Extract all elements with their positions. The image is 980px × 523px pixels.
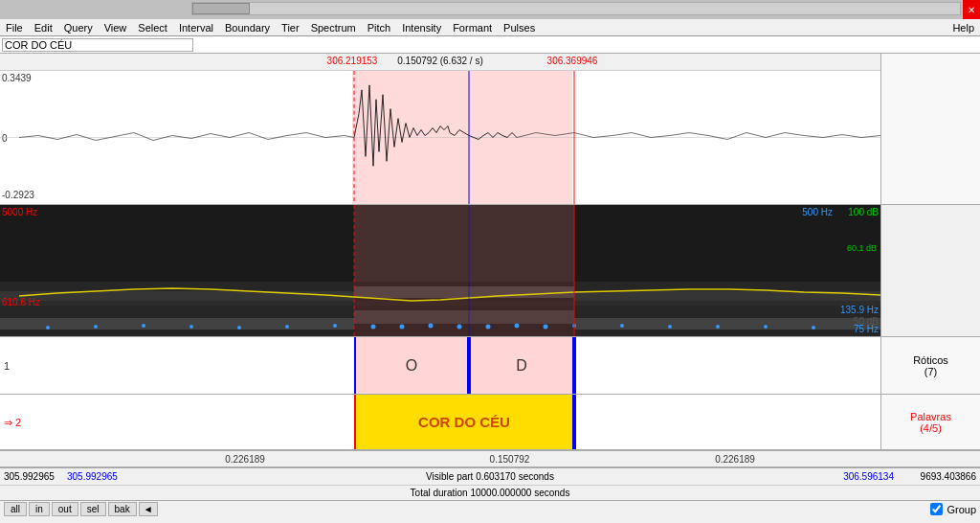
nav-out-button[interactable]: out [52, 502, 78, 516]
scrollbar-thumb[interactable] [192, 3, 250, 14]
svg-rect-11 [0, 291, 354, 301]
right-waveform-area [881, 71, 980, 205]
close-button[interactable]: ✕ [963, 0, 980, 19]
spec-hz-bot2-label: 75 Hz [854, 324, 879, 334]
waveform-svg [0, 71, 880, 204]
svg-point-33 [716, 325, 720, 329]
svg-point-23 [371, 325, 376, 330]
time-marker-center: 0.150792 (6.632 / s) [397, 56, 483, 66]
menubar: File Edit Query View Select Interval Bou… [0, 19, 980, 36]
status-right-val: 9693.403866 [921, 471, 976, 482]
tier1-boundary-right [574, 337, 576, 394]
spectrogram-area[interactable]: 5000 Hz 610.6 Hz 100 dB 500 Hz 60.1 dB 1… [0, 205, 880, 337]
menu-pulses[interactable]: Pulses [498, 21, 541, 34]
tier2-boundary-right [574, 395, 576, 449]
menu-formant[interactable]: Formant [447, 21, 498, 34]
text-input[interactable] [2, 38, 193, 52]
svg-point-18 [142, 324, 145, 328]
group-control: Group [930, 503, 976, 515]
group-checkbox[interactable] [930, 503, 943, 515]
menu-help[interactable]: Help [947, 21, 980, 34]
tier1[interactable]: 1 O D [0, 337, 880, 395]
waveform-area[interactable]: 0.3439 0 -0.2923 [0, 71, 880, 205]
main-visualization: 306.219153 0.150792 (6.632 / s) 306.3699… [0, 54, 980, 450]
menu-query[interactable]: Query [58, 21, 99, 34]
menu-select[interactable]: Select [132, 21, 173, 34]
menu-intensity[interactable]: Intensity [396, 21, 447, 34]
tier2-arrow: ⇒ 2 [4, 416, 21, 428]
menu-boundary[interactable]: Boundary [219, 21, 276, 34]
right-spec-area [881, 205, 980, 337]
svg-rect-8 [0, 318, 354, 330]
svg-point-27 [486, 325, 491, 330]
menu-tier[interactable]: Tier [276, 21, 305, 34]
tier1-right-label: Róticos [913, 354, 948, 366]
tier1-interval-D-label: D [516, 357, 527, 375]
right-tier1-label: Róticos (7) [881, 337, 980, 395]
time-ruler: 0.226189 0.150792 0.226189 [0, 450, 980, 467]
tier1-interval-D[interactable]: D [469, 337, 574, 394]
right-tier2-label: Palavras (4/5) [881, 395, 980, 450]
spec-hz-top-label: 500 Hz [802, 207, 833, 217]
total-duration-bar: Total duration 10000.000000 seconds [0, 485, 980, 500]
tier2[interactable]: ⇒ 2 COR DO CÉU [0, 395, 880, 450]
svg-point-20 [237, 326, 241, 330]
tier1-interval-O[interactable]: O [354, 337, 469, 394]
svg-point-24 [400, 325, 405, 330]
menu-interval[interactable]: Interval [173, 21, 219, 34]
menu-pitch[interactable]: Pitch [362, 21, 396, 34]
status-center: Visible part 0.603170 seconds [426, 471, 554, 482]
spec-freq-pitch-label: 610.6 Hz [2, 297, 40, 307]
nav-arrow-button[interactable]: ◄ [139, 502, 158, 516]
svg-point-16 [46, 326, 50, 330]
tier2-interval-label: COR DO CÉU [418, 414, 510, 430]
svg-point-17 [94, 325, 98, 329]
menu-file[interactable]: File [0, 21, 29, 34]
svg-rect-15 [354, 205, 574, 337]
nav-sel-button[interactable]: sel [80, 502, 106, 516]
menu-edit[interactable]: Edit [29, 21, 58, 34]
svg-point-31 [620, 324, 624, 328]
spec-freq-top-label: 5000 Hz [2, 207, 37, 217]
right-labels-panel: Róticos (7) Palavras (4/5) [880, 54, 980, 450]
svg-point-29 [544, 325, 548, 330]
svg-point-21 [285, 325, 289, 329]
svg-point-28 [515, 324, 520, 329]
tier1-number: 1 [4, 360, 10, 372]
time-markers-row: 306.219153 0.150792 (6.632 / s) 306.3699… [0, 54, 880, 71]
nav-in-button[interactable]: in [29, 502, 50, 516]
tier2-right-count: (4/5) [920, 422, 942, 434]
tier1-interval-O-label: O [406, 357, 417, 375]
svg-point-25 [429, 324, 434, 329]
nav-bak-button[interactable]: bak [108, 502, 137, 516]
ruler-tick-right: 0.226189 [715, 454, 755, 465]
nav-bar: all in out sel bak ◄ Group [0, 500, 980, 517]
bottom-bar: 305.992965 305.992965 Visible part 0.603… [0, 467, 980, 485]
spec-db-mid-label: 60.1 dB [847, 243, 877, 253]
svg-point-32 [668, 325, 672, 329]
spectrogram-svg [0, 205, 880, 337]
tier1-right-count: (7) [924, 366, 937, 377]
svg-point-34 [764, 325, 768, 329]
nav-all-button[interactable]: all [4, 502, 27, 516]
status-left-val: 305.992965 [4, 471, 55, 482]
total-duration-label: Total duration 10000.000000 seconds [411, 488, 570, 498]
menu-spectrum[interactable]: Spectrum [305, 21, 362, 34]
tier2-interval-main[interactable]: COR DO CÉU [354, 395, 574, 449]
svg-point-35 [812, 326, 815, 330]
scrollbar[interactable] [191, 2, 961, 15]
svg-point-26 [457, 325, 462, 330]
ruler-tick-center: 0.150792 [490, 454, 530, 465]
tier2-right-label: Palavras [910, 411, 951, 422]
time-marker-left: 306.219153 [327, 56, 378, 66]
svg-rect-10 [574, 318, 880, 330]
status-left-blue: 305.992965 [67, 471, 118, 482]
menu-view[interactable]: View [99, 21, 133, 34]
time-marker-right: 306.369946 [547, 56, 598, 66]
ruler-tick-left: 0.226189 [225, 454, 265, 465]
svg-point-19 [189, 325, 193, 329]
spec-db-top-label: 100 dB [848, 207, 879, 217]
spec-hz-bot-label: 135.9 Hz [840, 305, 879, 315]
status-right-blue: 306.596134 [843, 471, 894, 482]
spectrogram-bg [0, 205, 880, 336]
